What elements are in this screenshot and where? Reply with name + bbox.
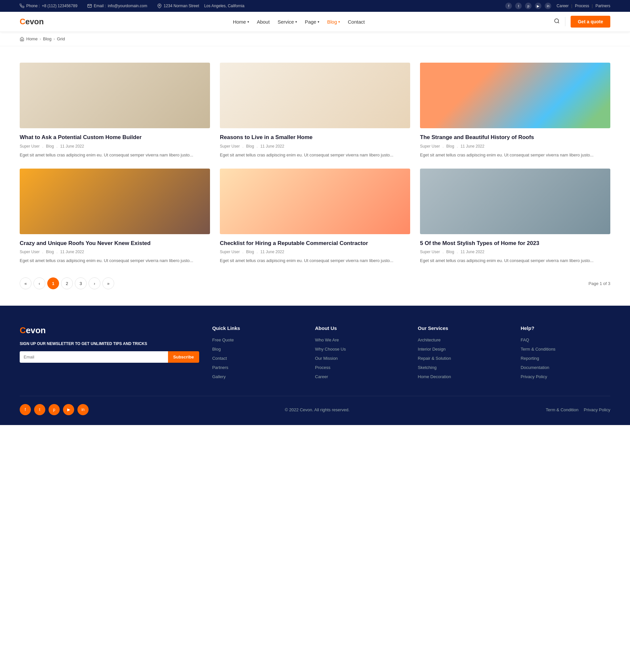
blog-card-excerpt: Eget sit amet tellus cras adipiscing eni… [20,152,210,159]
footer-link[interactable]: Privacy Policy [521,374,547,379]
footer-link[interactable]: Repair & Solution [418,356,451,361]
breadcrumb-home[interactable]: Home [26,37,38,41]
blog-card-meta: Super User . Blog . 11 June 2022 [20,144,210,149]
footer-link[interactable]: Documentation [521,365,549,370]
page-chevron: ▾ [318,20,319,24]
blog-author: Super User [220,144,240,149]
top-bar-contact: Phone : +8 (112) 123456789 Email : info@… [20,4,244,8]
nav-page[interactable]: Page ▾ [305,19,319,25]
blog-category[interactable]: Blog [46,249,54,254]
page-2-button[interactable]: 2 [61,278,73,289]
newsletter-email-input[interactable] [20,351,168,363]
email-address: info@yourdomain.com [108,4,147,8]
footer-copyright: © 2022 Cevon. All rights reserved. [285,407,349,412]
phone-number: +8 (112) 123456789 [42,4,77,8]
term-condition-link[interactable]: Term & Condition [546,407,579,412]
footer-link[interactable]: Partners [212,365,228,370]
services-title: Our Services [418,325,507,331]
page-first-button[interactable]: « [20,278,31,289]
footer-logo-text: evon [26,325,46,336]
blog-author: Super User [420,144,440,149]
footer-link[interactable]: Why Choose Us [315,347,346,352]
youtube-top-icon[interactable]: ▶ [535,3,541,9]
page-prev-button[interactable]: ‹ [33,278,45,289]
blog-card-body: Crazy and Unique Roofs You Never Knew Ex… [20,234,210,265]
footer-link[interactable]: Our Mission [315,356,337,361]
blog-category[interactable]: Blog [446,249,454,254]
page-3-button[interactable]: 3 [75,278,87,289]
process-link[interactable]: Process [575,4,589,8]
breadcrumb-blog[interactable]: Blog [43,37,51,41]
footer-facebook-icon[interactable]: f [20,404,31,415]
blog-date: 11 June 2022 [60,249,84,254]
privacy-policy-link[interactable]: Privacy Policy [584,407,610,412]
quote-button[interactable]: Get a quote [570,16,610,27]
list-item: Contact [212,355,302,361]
blog-card-image[interactable] [420,63,610,128]
phone-label: Phone : [26,4,40,8]
footer-top: C evon SIGN UP OUR NEWSLETTER TO GET UNL… [20,325,610,396]
blog-category[interactable]: Blog [46,144,54,149]
footer-link[interactable]: Interior Design [418,347,446,352]
subscribe-button[interactable]: Subscribe [168,351,199,363]
blog-card: What to Ask a Potential Custom Home Buil… [20,63,210,159]
footer-link[interactable]: Contact [212,356,227,361]
footer-link[interactable]: Reporting [521,356,539,361]
svg-line-2 [558,22,559,23]
career-link[interactable]: Career [557,4,569,8]
blog-date: 11 June 2022 [260,144,284,149]
footer-link[interactable]: Career [315,374,328,379]
footer-linkedin-icon[interactable]: in [77,404,89,415]
social-links: f t p ▶ in [505,3,551,9]
blog-card-image[interactable] [20,169,210,234]
footer-link[interactable]: Term & Conditions [521,347,556,352]
blog-card-title[interactable]: Reasons to Live in a Smaller Home [220,134,410,141]
footer-link[interactable]: Architecture [418,337,440,342]
page-1-button[interactable]: 1 [47,278,59,289]
footer-pinterest-icon[interactable]: p [49,404,60,415]
blog-card-image[interactable] [420,169,610,234]
nav-blog[interactable]: Blog ▾ [327,19,340,25]
pinterest-top-icon[interactable]: p [525,3,532,9]
page-last-button[interactable]: » [102,278,114,289]
footer-twitter-icon[interactable]: t [34,404,45,415]
twitter-top-icon[interactable]: t [515,3,522,9]
footer-link[interactable]: Blog [212,347,221,352]
nav-service[interactable]: Service ▾ [278,19,297,25]
blog-category[interactable]: Blog [446,144,454,149]
blog-card-title[interactable]: What to Ask a Potential Custom Home Buil… [20,134,210,141]
email-icon [87,4,92,8]
blog-card-title[interactable]: Crazy and Unique Roofs You Never Knew Ex… [20,239,210,247]
footer-link[interactable]: Gallery [212,374,226,379]
blog-date: 11 June 2022 [60,144,84,149]
blog-card-image[interactable] [20,63,210,128]
blog-card-image[interactable] [220,169,410,234]
footer-link[interactable]: Home Decoration [418,374,451,379]
nav-home[interactable]: Home ▾ [233,19,249,25]
svg-point-1 [555,19,558,23]
footer-link[interactable]: FAQ [521,337,529,342]
nav-contact[interactable]: Contact [348,19,365,25]
blog-category[interactable]: Blog [246,249,254,254]
blog-card-title[interactable]: 5 Of the Most Stylish Types of Home for … [420,239,610,247]
blog-card-title[interactable]: The Strange and Beautiful History of Roo… [420,134,610,141]
logo[interactable]: C evon [20,17,44,26]
nav-links: Home ▾ About Service ▾ Page ▾ Blog ▾ Con… [233,19,365,25]
search-button[interactable] [554,18,560,26]
linkedin-top-icon[interactable]: in [545,3,551,9]
page-next-button[interactable]: › [89,278,100,289]
blog-category[interactable]: Blog [246,144,254,149]
partners-link[interactable]: Partners [596,4,610,8]
nav-about[interactable]: About [257,19,270,25]
blog-card-excerpt: Eget sit amet tellus cras adipiscing eni… [220,152,410,159]
blog-card-body: Checklist for Hiring a Reputable Commerc… [220,234,410,265]
footer-link[interactable]: Process [315,365,330,370]
blog-card-image[interactable] [220,63,410,128]
facebook-top-icon[interactable]: f [505,3,512,9]
footer-link[interactable]: Sketching [418,365,437,370]
footer-youtube-icon[interactable]: ▶ [63,404,74,415]
footer-link[interactable]: Free Quote [212,337,234,342]
blog-card-title[interactable]: Checklist for Hiring a Reputable Commerc… [220,239,410,247]
footer-link[interactable]: Who We Are [315,337,339,342]
newsletter-label: SIGN UP OUR NEWSLETTER TO GET UNLIMITED … [20,341,199,347]
